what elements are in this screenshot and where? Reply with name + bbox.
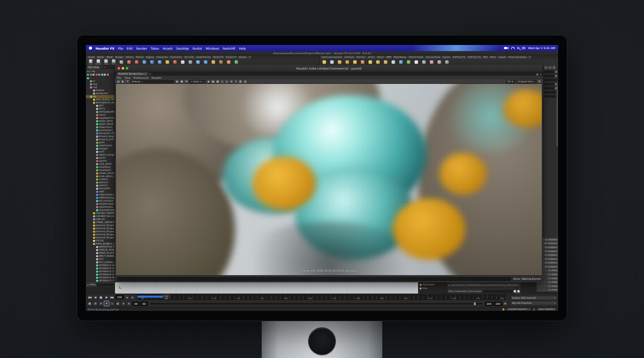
shelf-tool[interactable]: Tube [103,59,109,65]
shelf-tool[interactable] [134,60,140,64]
shelf-tab[interactable]: Particle Fluids [408,56,424,59]
zoom-icon[interactable]: + [544,66,547,69]
app-menu[interactable]: Houdini FX [96,47,114,50]
panel-titlebar[interactable]: Houdini Indie Limited-Commercial - panel… [115,65,543,72]
shelf-tool[interactable] [203,60,209,64]
panel-menu-item[interactable]: File [117,76,121,79]
shelf-tab[interactable]: Model [106,56,114,59]
shelf-tool[interactable] [188,60,193,64]
shelf-tool[interactable]: Torus [111,59,117,65]
shelf-tab[interactable]: Volume [238,56,247,59]
menubar-item[interactable]: Desktop [176,47,189,50]
magnifier-button[interactable]: ⊕ [503,301,508,306]
filter-other-icon[interactable] [104,74,106,76]
zoom-level-field[interactable]: 62 % [506,80,515,83]
shelf-tab[interactable]: Deform [125,56,134,59]
range-start-field-2[interactable]: 88 [141,302,148,306]
parameter-field[interactable] [544,75,555,77]
render-image[interactable]: Frame 102: 2026-02-06 20:03:50 (1m:54s) [116,84,542,275]
menubar-item[interactable]: Windows [205,47,219,50]
shelf-tool[interactable] [429,60,434,64]
play-button[interactable]: ▶ [104,295,109,300]
shelf-tool[interactable] [172,60,178,64]
filter-checkbox[interactable]: ✓ [87,283,89,286]
parameter-field[interactable] [544,87,555,90]
grid-icon[interactable]: ▦ [211,80,215,83]
shelf-tool[interactable] [329,60,335,64]
bucket-mode-select[interactable]: < Auto >▾ [189,80,205,83]
panel-menu-item[interactable]: Houdini [152,76,162,79]
shelf-tab[interactable]: Guide Process [195,56,212,59]
filter-sop-icon[interactable] [101,74,103,76]
next-frame-button[interactable]: ▸ [130,295,135,300]
filter-mat-icon[interactable] [107,74,109,76]
shelf-tab[interactable]: Driver Simulation [508,56,527,59]
menubar-item[interactable]: File [118,47,123,50]
shelf-tool[interactable] [180,60,186,64]
material-item[interactable]: Gold Paint [419,283,447,286]
filter-geometry-icon[interactable] [87,74,89,76]
current-node-path-button[interactable]: /obj/Atmospheric... [506,307,531,311]
shelf-tab[interactable]: + [248,56,251,59]
restart-render-icon[interactable]: ⟳ [126,80,129,83]
filter-camera-icon[interactable] [90,74,92,76]
parameter-field[interactable] [544,95,557,98]
tab-tree-view[interactable]: Tree View [87,65,100,69]
parameter-field[interactable] [544,71,555,73]
shelf-tab[interactable]: Constraints [169,56,183,59]
shelf-tool[interactable] [383,60,388,64]
range-end-field-2[interactable]: 240 [494,302,502,306]
shelf-tab[interactable]: + [528,56,532,59]
range-start-step-button[interactable]: ◂ [121,301,126,306]
playback-settings-gear-icon[interactable]: ⚙ [104,301,109,306]
shelf-tool[interactable] [142,60,147,64]
range-slider-handle[interactable] [474,302,476,305]
shelf-tab[interactable]: Texture [135,56,145,59]
target-icon[interactable]: ◎ [225,80,228,83]
real-time-toggle-icon[interactable]: ▦ [87,301,92,306]
layers-icon[interactable]: ▥ [243,80,247,83]
material-filter-input[interactable] [483,290,513,293]
current-frame-field[interactable]: 102 [116,295,124,299]
shelf-tool[interactable]: Sphere [96,59,101,65]
range-end-step-button[interactable]: ▸ [127,301,131,306]
recook-icon[interactable]: ⟳ [533,308,535,311]
shelf-tool[interactable] [398,60,404,64]
menubar-item[interactable]: Assets [163,47,173,50]
shelf-tab[interactable]: Terrain FX [212,56,224,59]
shelf-tool[interactable] [375,60,381,64]
new-tab-icon[interactable]: + [149,72,152,76]
menubar-item[interactable]: Help [239,47,246,50]
shelf-tool[interactable] [352,60,358,64]
shelf-tool[interactable] [234,60,239,64]
menubar-item[interactable]: Render [136,47,147,50]
spotlight-search-icon[interactable] [517,47,519,49]
shelf-tab[interactable]: Viscous Fluids [425,56,441,59]
shelf-tool[interactable] [390,60,396,64]
window-titlebar[interactable]: /Users/andre/Documents/Projects/Morph.hi… [86,51,558,55]
panel-menu-item[interactable]: Preferences [133,76,148,79]
auto-update-dropdown[interactable]: Auto Update ▾ [537,307,557,311]
viewport-sliver[interactable] [115,282,420,294]
rgb-channels-icon[interactable]: ◉ [175,80,179,83]
shelf-tab[interactable]: Lights and Cameras [320,56,343,59]
shelf-tool[interactable] [226,60,232,64]
wifi-icon[interactable] [511,47,515,49]
compare-icon[interactable]: ◧ [239,80,242,83]
shelf-tab[interactable]: DOP Pyro FX [467,56,481,59]
lock-icon[interactable]: ▪ [206,80,210,83]
shelf-tool[interactable] [149,60,155,64]
shelf-tool[interactable] [406,60,411,64]
tab-redshift-renderview[interactable]: Redshift RenderView× [117,72,148,76]
tree-filter-input[interactable] [97,283,113,286]
shelf-tool[interactable] [195,60,201,64]
playback-mode-icon[interactable]: ◔ [93,301,98,306]
alpha-icon[interactable]: ▣ [180,80,183,83]
range-end-field[interactable]: 240 [485,302,493,306]
help-icon[interactable]: ? [553,66,556,69]
checker-background-icon[interactable]: ▩ [216,80,219,83]
go-to-start-button[interactable]: ◀◀ [87,295,92,300]
range-slider[interactable] [150,303,482,304]
children-count-row[interactable]: (1 child) [537,284,558,288]
clock-icon[interactable]: ◷ [220,80,224,83]
